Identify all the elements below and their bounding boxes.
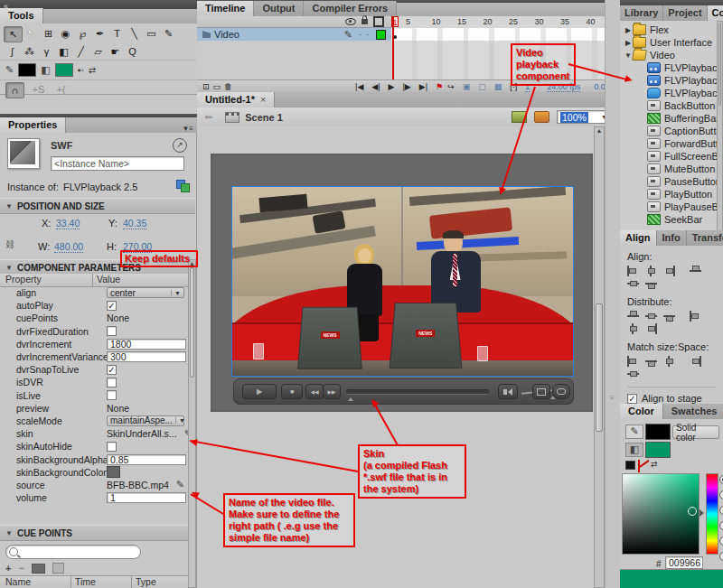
smooth-option-icon[interactable]: +S xyxy=(30,82,47,97)
color-mode-radio[interactable] xyxy=(719,552,723,561)
save-icon[interactable] xyxy=(52,563,64,574)
add-cue-button[interactable]: + xyxy=(5,563,11,574)
player-caption-button[interactable] xyxy=(552,384,570,399)
align-icon-v1[interactable] xyxy=(627,311,639,322)
back-arrow-icon[interactable]: ⬅ xyxy=(204,111,212,123)
lasso-tool-icon[interactable]: ℘ xyxy=(74,26,91,41)
stage-scroll-thumb[interactable] xyxy=(596,303,603,432)
go-first-frame-button[interactable]: |◀ xyxy=(355,82,363,91)
pencil-tool-icon[interactable]: ✎ xyxy=(160,26,177,41)
player-seek-handle[interactable] xyxy=(348,395,353,401)
hand-tool-icon[interactable]: ☛ xyxy=(107,44,124,59)
properties-scroll-thumb[interactable] xyxy=(190,267,194,378)
component-item-user-interface[interactable]: ▶User Interface xyxy=(620,36,723,49)
param-color-swatch-skinBackgroundColor[interactable] xyxy=(107,466,120,478)
component-item-video[interactable]: ▼Video xyxy=(620,49,723,61)
bone-tool-icon[interactable]: γ xyxy=(38,44,55,59)
tab-components[interactable]: Components xyxy=(708,5,723,21)
layer-frames[interactable] xyxy=(391,28,620,42)
fill-color-swatch[interactable] xyxy=(55,63,73,77)
component-item-playpausebutton[interactable]: PlayPauseButton xyxy=(620,201,723,213)
lock-column-icon[interactable] xyxy=(362,19,368,24)
straighten-option-icon[interactable]: +( xyxy=(52,82,70,97)
align-icon-h1[interactable] xyxy=(690,311,701,322)
player-fullscreen-button[interactable] xyxy=(532,384,550,399)
eyedropper-tool-icon[interactable]: ╱ xyxy=(72,44,89,59)
scene-breadcrumb[interactable]: Scene 1 xyxy=(245,112,283,123)
player-stop-button[interactable]: ■ xyxy=(281,384,303,399)
stroke-color-swatch[interactable] xyxy=(18,63,36,77)
align-icon-h2[interactable] xyxy=(663,356,675,367)
component-item-flvplayback[interactable]: FLVPlayback xyxy=(620,61,723,74)
param-input-dvrIncrementVariance[interactable]: 300 xyxy=(107,351,186,362)
hex-input[interactable]: 009966 xyxy=(665,556,703,569)
delete-layer-button[interactable]: 🗑︎ xyxy=(224,82,232,91)
w-value[interactable]: 480.00 xyxy=(54,241,83,253)
swap-component-icon[interactable] xyxy=(176,180,189,191)
section-position-size[interactable]: ▼POSITION AND SIZE xyxy=(0,198,195,214)
align-icon-v2[interactable] xyxy=(627,278,639,289)
tab-properties[interactable]: Properties xyxy=(0,117,66,133)
align-icon-h1[interactable] xyxy=(627,266,639,276)
component-item-captionbutton[interactable]: CaptionButton xyxy=(620,125,723,137)
player-skin-bar[interactable]: ▶ ■ ◀◀ ▶▶ xyxy=(233,378,574,405)
align-icon-h3[interactable] xyxy=(663,266,675,276)
play-button[interactable]: ▶ xyxy=(389,82,395,91)
param-checkbox-dvrFixedDuration[interactable] xyxy=(107,326,117,336)
edit-multiple-frames-icon[interactable]: ▩ xyxy=(494,82,502,91)
align-icon-v3[interactable] xyxy=(663,311,675,322)
component-item-flex[interactable]: ▶Flex xyxy=(620,23,723,36)
tab-library[interactable]: Library xyxy=(620,5,663,21)
align-icon-v2[interactable] xyxy=(645,311,657,322)
component-item-pausebutton[interactable]: PauseButton xyxy=(620,175,723,188)
default-colors-icon[interactable]: ▪▫ xyxy=(78,65,84,75)
stage-vertical-scrollbar[interactable]: ▲ xyxy=(594,126,605,588)
align-icon-v3[interactable] xyxy=(645,278,657,289)
align-to-stage-checkbox[interactable]: ✓ xyxy=(627,394,637,404)
tab-color[interactable]: Color xyxy=(620,404,663,419)
component-item-forwardbutton[interactable]: ForwardButton xyxy=(620,137,723,150)
step-forward-button[interactable]: |▶ xyxy=(403,82,411,91)
tab-info[interactable]: Info xyxy=(657,230,687,246)
spray-brush-tool-icon[interactable]: ⁂ xyxy=(21,44,38,59)
param-input-dvrIncrement[interactable]: 1800 xyxy=(107,339,186,350)
marker-icon[interactable]: ⚑︎ xyxy=(436,82,443,91)
color-stroke-swatch[interactable] xyxy=(645,424,671,440)
snap-magnet-toggle-icon[interactable]: ∩ xyxy=(5,82,24,98)
align-icon-h3[interactable] xyxy=(645,323,657,334)
tree-twist-icon[interactable]: ▶ xyxy=(624,39,633,47)
color-type-dropdown[interactable]: Solid color xyxy=(672,425,719,439)
x-value[interactable]: 33.40 xyxy=(56,218,80,229)
step-back-button[interactable]: ◀| xyxy=(371,82,380,91)
section-cue-points[interactable]: ▼CUE POINTS xyxy=(0,525,195,541)
align-icon-h3[interactable] xyxy=(690,356,701,367)
player-seek-back-button[interactable]: ◀◀ xyxy=(305,384,324,399)
align-icon-v1[interactable] xyxy=(690,266,701,276)
align-icon-h2[interactable] xyxy=(627,323,639,334)
tab-transform[interactable]: Transform xyxy=(687,230,723,246)
default-stroke-fill-icon[interactable] xyxy=(625,461,635,470)
document-tab[interactable]: Untitled-1* × xyxy=(197,92,275,107)
selection-tool-icon[interactable]: ↖ xyxy=(4,26,23,42)
player-mute-button[interactable] xyxy=(498,384,518,399)
properties-scrollbar[interactable]: ▲ xyxy=(188,259,196,588)
color-mode-radio[interactable] xyxy=(719,521,723,530)
align-icon-v2[interactable] xyxy=(627,369,639,379)
component-item-mutebutton[interactable]: MuteButton xyxy=(620,163,723,175)
color-picker-area[interactable] xyxy=(622,473,700,555)
line-tool-icon[interactable]: ╲ xyxy=(126,26,143,41)
edit-symbols-icon[interactable] xyxy=(534,111,549,123)
onion-skin-icon[interactable]: ▣ xyxy=(463,82,471,91)
param-checkbox-dvrSnapToLive[interactable]: ✓ xyxy=(107,365,117,375)
tree-twist-icon[interactable]: ▶ xyxy=(624,26,633,34)
color-mode-radio[interactable] xyxy=(719,506,723,515)
brush-tool-icon[interactable]: ʃ xyxy=(4,44,21,59)
components-scroll-thumb[interactable] xyxy=(718,23,721,106)
onion-outline-icon[interactable]: ▢ xyxy=(478,82,486,91)
color-mode-radio[interactable] xyxy=(719,490,723,499)
picker-cursor[interactable] xyxy=(688,507,697,516)
tab-compiler-errors[interactable]: Compiler Errors xyxy=(304,1,397,16)
dock-grip-icon[interactable]: ≡ xyxy=(610,394,615,402)
eraser-tool-icon[interactable]: ▱ xyxy=(89,44,107,59)
close-document-icon[interactable]: × xyxy=(260,94,266,105)
